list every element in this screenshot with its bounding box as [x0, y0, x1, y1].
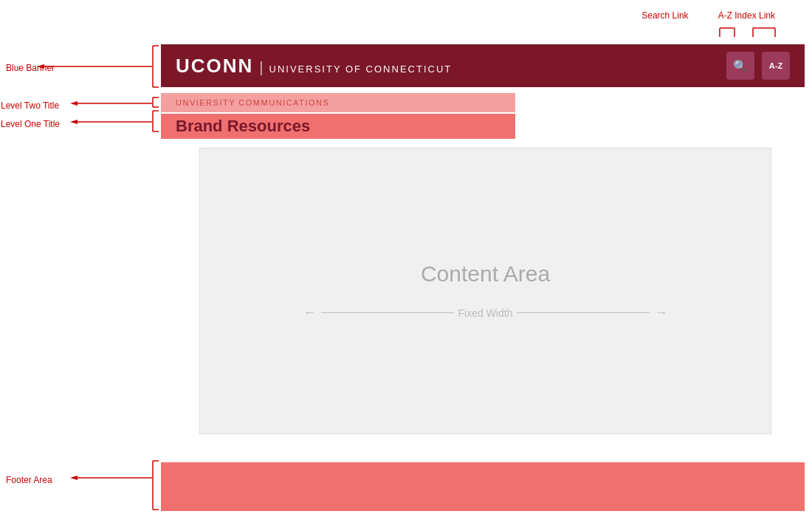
- search-icon: 🔍: [733, 59, 748, 73]
- footer-bar: [161, 462, 805, 511]
- svg-marker-15: [70, 101, 78, 106]
- az-index-label: A-Z Index Link: [718, 10, 775, 21]
- content-area-label: Content Area: [421, 261, 550, 287]
- arrow-right-icon: →: [654, 305, 667, 321]
- level-two-title-label: Level Two Title: [1, 100, 59, 111]
- az-button[interactable]: A-Z: [762, 52, 790, 80]
- level-one-title: Brand Resources: [176, 117, 310, 136]
- svg-marker-20: [70, 120, 78, 124]
- fixed-width-label: Fixed Width: [458, 307, 513, 319]
- search-link-label: Search Link: [641, 10, 688, 21]
- uconn-header: UCONN | UNIVERSITY OF CONNECTICUT 🔍 A-Z: [161, 44, 805, 87]
- content-area: Content Area ← Fixed Width →: [199, 148, 771, 434]
- az-index-annotation: A-Z Index Link: [718, 10, 775, 21]
- footer-area-label: Footer Area: [6, 475, 52, 485]
- header-icons: 🔍 A-Z: [726, 52, 790, 80]
- search-link-annotation: Search Link: [641, 10, 688, 21]
- arrow-left-icon: ←: [303, 305, 317, 321]
- level-two-bar: UNVIERSITY COMMUNICATIONS: [161, 93, 515, 112]
- search-button[interactable]: 🔍: [726, 52, 754, 80]
- svg-marker-25: [70, 476, 78, 480]
- level-two-title: UNVIERSITY COMMUNICATIONS: [176, 98, 329, 107]
- level-one-title-label: Level One Title: [1, 119, 60, 129]
- az-icon: A-Z: [769, 61, 782, 70]
- level-one-bar: Brand Resources: [161, 114, 515, 139]
- fixed-width-indicator: ← Fixed Width →: [303, 305, 668, 321]
- uconn-logo: UCONN | UNIVERSITY OF CONNECTICUT: [176, 55, 452, 78]
- blue-banner-label: Blue Banner: [6, 63, 55, 73]
